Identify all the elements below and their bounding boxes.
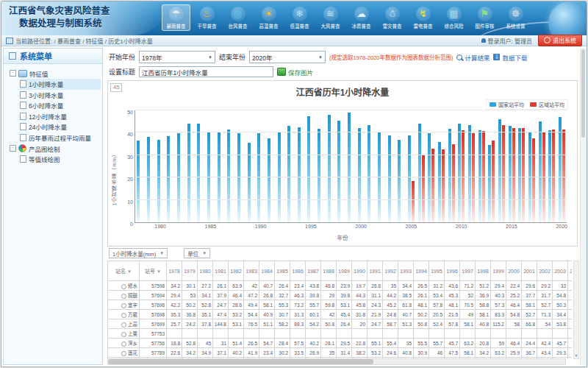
- variable-filter-select[interactable]: 1小时降水量(mm)▼: [109, 248, 168, 258]
- sidebar-item-0-3[interactable]: 12小时降水量: [20, 111, 101, 122]
- value-cell: 58.7: [383, 319, 398, 329]
- nav-item-drought-survey[interactable]: ♨干旱普查: [193, 4, 221, 31]
- nav-item-hail-survey[interactable]: ☁冰雹普查: [347, 4, 376, 31]
- col-header-year-2002[interactable]: 2002: [537, 261, 553, 281]
- nav-item-lightning-survey[interactable]: ↯雷电普查: [409, 4, 437, 31]
- col-header-year-2001[interactable]: 2001: [522, 261, 537, 281]
- table-vertical-scrollbar[interactable]: ▼: [573, 261, 579, 359]
- scroll-down-icon[interactable]: ▼: [574, 353, 578, 358]
- nav-item-snow-survey[interactable]: ☃雪灾普查: [378, 4, 406, 31]
- save-image-button[interactable]: 保存图片: [277, 68, 313, 77]
- row-radio[interactable]: [121, 294, 126, 299]
- row-radio[interactable]: [121, 322, 126, 328]
- col-header-year-1983[interactable]: 1983: [244, 261, 259, 281]
- value-cell: 26.8: [259, 291, 275, 300]
- nav-item-high-temp-survey[interactable]: ☀高温普查: [254, 4, 283, 31]
- legend-item[interactable]: 国家站平均: [490, 101, 524, 108]
- col-header-year-2004[interactable]: 2004: [568, 261, 573, 281]
- col-header-year-2003[interactable]: 2003: [553, 261, 568, 281]
- col-header-year-1980[interactable]: 1980: [198, 261, 213, 281]
- sidebar-item-0-5[interactable]: 历年暴雨过程平均雨量: [20, 132, 101, 144]
- expand-icon[interactable]: -: [10, 145, 16, 152]
- col-header-year-1995[interactable]: 1995: [429, 261, 445, 281]
- station-name: 莲花: [108, 348, 140, 358]
- col-header-id[interactable]: 站号 ▼: [140, 261, 167, 281]
- nav-item-typhoon-survey[interactable]: ◎台风普查: [223, 4, 252, 31]
- table-row[interactable]: 萍乡5775618.852.8453151.426.554.728.457.54…: [108, 339, 573, 348]
- expand-icon[interactable]: -: [10, 70, 16, 77]
- bar-group-1989: [245, 110, 256, 222]
- col-header-year-1986[interactable]: 1986: [290, 261, 306, 281]
- col-header-year-1994[interactable]: 1994: [414, 261, 429, 281]
- table-row[interactable]: 莲花5778922.634.234.937.140.241.923.430.23…: [108, 348, 573, 358]
- legend-item[interactable]: 区域站平均: [530, 101, 564, 108]
- table-row[interactable]: 万载5769835.336.835.147.453.254.440.930.73…: [108, 310, 573, 319]
- unit-filter-select[interactable]: 单位▼: [184, 248, 210, 258]
- table-row[interactable]: 上栗57753: [108, 329, 573, 339]
- scrollbar-thumb[interactable]: [108, 359, 373, 364]
- col-header-year-1993[interactable]: 1993: [398, 261, 414, 281]
- y-tick-label: 40: [127, 132, 133, 137]
- table-row[interactable]: 宜丰5769642.250.252.824.728.649.458.155.37…: [108, 300, 573, 310]
- row-radio[interactable]: [121, 332, 126, 337]
- chart-title-input[interactable]: [139, 66, 273, 77]
- col-header-year-1979[interactable]: 1979: [182, 261, 198, 281]
- sidebar-group-1[interactable]: -产品图绘制: [10, 143, 101, 154]
- table-row[interactable]: 铜鼓5769429.45334.137.946.447.226.832.746.…: [108, 291, 573, 300]
- value-cell: 41.9: [244, 348, 259, 358]
- sidebar-item-0-0[interactable]: 1小时降水量: [20, 79, 101, 90]
- logout-button[interactable]: 退出系统: [538, 35, 582, 46]
- bar-group-1991: [266, 110, 276, 222]
- nav-item-gale-survey[interactable]: ≋大风普查: [316, 4, 345, 31]
- sidebar-group-0[interactable]: -特征值: [10, 68, 101, 79]
- col-header-year-1989[interactable]: 1989: [337, 261, 352, 281]
- col-header-year-1998[interactable]: 1998: [476, 261, 491, 281]
- end-year-select[interactable]: 2020年▼: [249, 51, 326, 63]
- value-cell: 58.1: [460, 319, 476, 329]
- start-year-select[interactable]: 1978年▼: [139, 51, 215, 63]
- col-header-station[interactable]: 站名 ▼: [108, 261, 140, 281]
- nav-item-low-temp-survey[interactable]: ❄低温普查: [285, 4, 314, 31]
- col-header-year-1981[interactable]: 1981: [213, 261, 229, 281]
- sidebar-item-1-0[interactable]: 等值线绘图: [20, 154, 101, 165]
- data-download-button[interactable]: ⇩ 数据下载: [493, 53, 527, 62]
- col-header-year-1988[interactable]: 1988: [321, 261, 337, 281]
- station-name: 铜鼓: [108, 291, 140, 300]
- col-header-year-1985[interactable]: 1985: [275, 261, 290, 281]
- row-radio[interactable]: [121, 351, 126, 356]
- breadcrumb[interactable]: / 暴雨普查 / 特征值 / 历史1小时降水量: [54, 37, 152, 45]
- sidebar-item-0-1[interactable]: 3小时降水量: [20, 90, 101, 101]
- value-cell: [259, 329, 275, 339]
- value-cell: 34.2: [182, 348, 198, 358]
- table-row[interactable]: 上高5769925.724.237.8144.853.176.551.158.2…: [108, 319, 573, 329]
- nav-item-rainstorm-survey[interactable]: ☂暴雨普查: [162, 4, 190, 31]
- sidebar-item-0-2[interactable]: 6小时降水量: [20, 100, 101, 111]
- table-horizontal-scrollbar[interactable]: [107, 358, 566, 365]
- col-header-year-1990[interactable]: 1990: [352, 261, 368, 281]
- col-header-year-1991[interactable]: 1991: [368, 261, 383, 281]
- table-row[interactable]: 修水5759834.230.127.226.163.94240.726.423.…: [108, 281, 573, 291]
- row-radio[interactable]: [121, 342, 126, 347]
- nav-item-comprehensive-risk[interactable]: ▦综合风险: [440, 4, 468, 31]
- sidebar-item-0-4[interactable]: 24小时降水量: [20, 121, 101, 132]
- row-radio[interactable]: [121, 303, 126, 308]
- calc-result-button[interactable]: 计算结果: [456, 53, 490, 62]
- col-header-year-1982[interactable]: 1982: [229, 261, 244, 281]
- value-cell: 45.8: [352, 300, 368, 310]
- page-scrollbar-thumb[interactable]: [581, 49, 585, 138]
- bar-group-2005: [406, 110, 417, 222]
- page-scrollbar[interactable]: [580, 48, 587, 365]
- chevron-down-icon: ▼: [318, 55, 323, 60]
- col-header-year-1978[interactable]: 1978: [167, 261, 182, 281]
- nav-item-map-review[interactable]: ⚑图件审核: [470, 4, 499, 31]
- col-header-year-1992[interactable]: 1992: [383, 261, 398, 281]
- chart-legend[interactable]: 国家站平均区域站平均: [486, 99, 568, 110]
- col-header-year-1987[interactable]: 1987: [306, 261, 321, 281]
- col-header-year-1996[interactable]: 1996: [445, 261, 460, 281]
- col-header-year-1999[interactable]: 1999: [491, 261, 506, 281]
- col-header-year-2000[interactable]: 2000: [506, 261, 522, 281]
- col-header-year-1984[interactable]: 1984: [259, 261, 275, 281]
- row-radio[interactable]: [121, 313, 126, 318]
- col-header-year-1997[interactable]: 1997: [460, 261, 476, 281]
- row-radio[interactable]: [121, 284, 126, 289]
